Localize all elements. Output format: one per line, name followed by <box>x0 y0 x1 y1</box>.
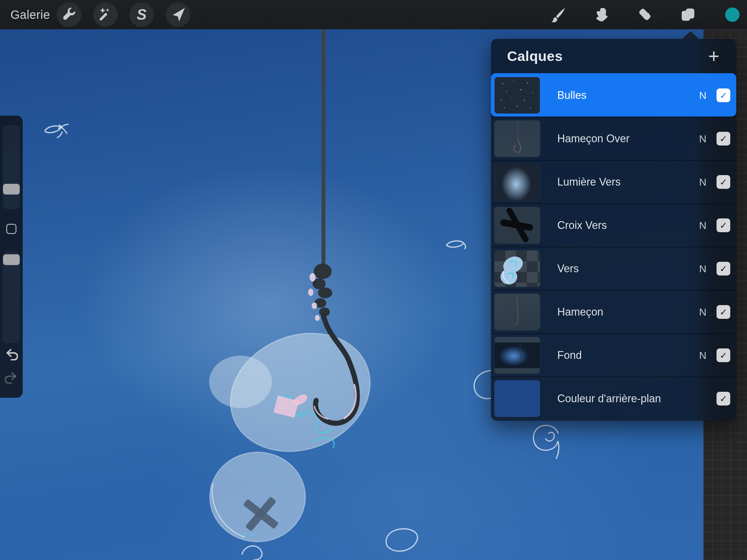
opacity-slider[interactable] <box>3 252 20 343</box>
wrench-icon <box>61 7 77 22</box>
layer-name: Bulles <box>557 89 587 102</box>
blend-mode-badge[interactable]: N <box>696 133 709 145</box>
layer-name: Vers <box>557 262 579 275</box>
selection-s-icon: S <box>134 7 149 22</box>
layer-row-hamecon-over[interactable]: Hameçon Over N ✓ <box>491 117 736 160</box>
panel-title: Calques <box>507 48 563 64</box>
bubbles-thumb-art <box>494 77 540 113</box>
undo-icon[interactable] <box>5 347 18 360</box>
visibility-checkbox[interactable]: ✓ <box>717 132 730 146</box>
layers-panel: Calques + Bulles N ✓ <box>491 39 736 421</box>
brush-icon <box>550 7 566 22</box>
layer-row-lumiere-vers[interactable]: Lumière Vers N ✓ <box>491 160 736 203</box>
opacity-handle[interactable] <box>3 254 20 265</box>
blend-mode-badge[interactable]: N <box>696 350 709 361</box>
visibility-checkbox[interactable]: ✓ <box>717 349 730 362</box>
blend-mode-badge[interactable]: N <box>696 176 709 188</box>
actions-button[interactable] <box>57 2 81 27</box>
visibility-checkbox[interactable]: ✓ <box>717 305 730 319</box>
visibility-checkbox[interactable]: ✓ <box>717 88 730 102</box>
blend-mode-badge[interactable]: N <box>696 306 709 318</box>
layer-row-hamecon[interactable]: Hameçon N ✓ <box>491 290 736 333</box>
adjustments-button[interactable] <box>93 2 118 27</box>
layers-button[interactable] <box>676 2 700 27</box>
cross-thumb-art <box>494 207 540 244</box>
worm-shape <box>209 313 388 542</box>
eraser-button[interactable] <box>633 2 658 27</box>
selection-button[interactable]: S <box>129 2 154 27</box>
layer-thumbnail[interactable] <box>494 164 540 200</box>
add-layer-button[interactable]: + <box>703 46 724 67</box>
brush-size-slider[interactable] <box>3 125 20 209</box>
layer-row-bulles[interactable]: Bulles N ✓ <box>491 73 736 117</box>
worm-thumb-art <box>494 250 540 287</box>
blend-mode-badge[interactable]: N <box>696 90 709 101</box>
layer-thumbnail[interactable] <box>494 77 540 113</box>
blend-mode-badge[interactable]: N <box>696 263 709 275</box>
redo-icon[interactable] <box>5 371 18 384</box>
layer-name: Fond <box>557 349 582 362</box>
color-swatch[interactable] <box>725 7 740 22</box>
smudge-icon <box>594 7 609 22</box>
top-toolbar: Galerie S <box>0 0 747 29</box>
transform-button[interactable] <box>166 2 190 27</box>
layer-thumbnail[interactable] <box>494 250 540 287</box>
layers-panel-header: Calques + <box>491 39 736 73</box>
layer-row-croix-vers[interactable]: Croix Vers N ✓ <box>491 203 736 247</box>
visibility-checkbox[interactable]: ✓ <box>717 219 730 232</box>
svg-text:S: S <box>136 7 147 22</box>
brush-sidebar <box>0 116 23 398</box>
layer-row-vers[interactable]: Vers N ✓ <box>491 247 736 290</box>
layer-thumbnail[interactable] <box>494 294 540 330</box>
visibility-checkbox[interactable]: ✓ <box>717 392 730 406</box>
layer-thumbnail[interactable] <box>494 380 540 417</box>
blend-mode-badge[interactable]: N <box>696 220 709 231</box>
layer-name: Hameçon Over <box>557 132 629 145</box>
transform-arrow-icon <box>170 7 186 22</box>
layer-row-fond[interactable]: Fond N ✓ <box>491 333 736 377</box>
fond-thumb-art <box>494 337 540 374</box>
modify-button[interactable] <box>6 224 17 234</box>
layers-icon <box>680 7 696 22</box>
hook-thumb-art <box>494 294 540 330</box>
procreate-app: Galerie S <box>0 0 747 560</box>
layer-name: Hameçon <box>557 306 603 318</box>
layer-name: Couleur d'arrière-plan <box>557 392 661 405</box>
layer-thumbnail[interactable] <box>494 337 540 374</box>
visibility-checkbox[interactable]: ✓ <box>717 262 730 276</box>
brush-button[interactable] <box>546 2 570 27</box>
brush-size-handle[interactable] <box>3 184 20 195</box>
visibility-checkbox[interactable]: ✓ <box>717 175 730 189</box>
hook-over-thumb-art <box>494 121 540 157</box>
layer-name: Croix Vers <box>557 219 607 232</box>
layer-row-background-color[interactable]: Couleur d'arrière-plan ✓ <box>491 377 736 420</box>
gallery-button[interactable]: Galerie <box>10 0 50 29</box>
layer-thumbnail[interactable] <box>494 121 540 157</box>
layer-name: Lumière Vers <box>557 176 621 188</box>
magic-wand-icon <box>98 7 113 22</box>
smudge-button[interactable] <box>589 2 614 27</box>
layer-thumbnail[interactable] <box>494 207 540 244</box>
eraser-icon <box>637 7 653 22</box>
